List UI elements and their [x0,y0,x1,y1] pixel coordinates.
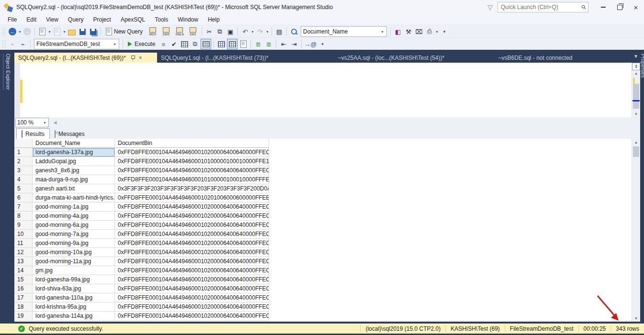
redo-caret[interactable]: ▾ [265,30,270,34]
document-bin-cell[interactable]: 0xFFD8FFE000104A464946000101000001000100… [115,157,269,166]
properties-tab[interactable]: Properties [640,54,644,78]
menu-item-apexsql[interactable]: ApexSQL [116,15,150,24]
document-bin-cell[interactable]: 0xFFD8FFE000104A464946000102000064006400… [115,148,269,157]
editor-horizontal-scrollbar[interactable] [58,119,640,126]
document-name-cell[interactable]: good-morning-7a.jpg [33,230,115,239]
column-header-document-name[interactable]: Document_Name [33,139,115,148]
row-number-header[interactable] [14,139,33,148]
navigate-back-button[interactable]: ← [8,27,17,36]
document-name-cell[interactable]: ganesh aarti.txt [33,184,115,193]
document-name-cell[interactable]: good-morning-1a.jpg [33,202,115,212]
document-tab-3[interactable]: ~vs25AA.sql - (loc...(KASHISH\Test (54))… [308,53,474,63]
minimize-button[interactable] [595,0,611,14]
template-values-icon[interactable]: →@ [304,39,316,49]
document-name-cell[interactable]: LadduGopal.jpg [33,157,115,166]
intellisense-icon[interactable] [201,39,211,49]
cut-icon[interactable]: ✂ [204,27,214,36]
tab-list-caret[interactable]: ▼ [633,54,638,59]
document-tab-2[interactable]: SQLQuery1.sql - (l...(KASHISH\Test (73))… [157,53,308,63]
row-number-cell[interactable]: 19 [14,312,33,321]
find-icon[interactable] [289,27,299,36]
uncomment-icon[interactable]: ≣ [264,39,273,49]
row-number-cell[interactable]: 4 [14,175,33,184]
undo-icon[interactable]: ↶ [240,27,250,36]
new-project-icon[interactable] [37,27,47,36]
menu-item-view[interactable]: View [41,15,63,24]
query-options-icon[interactable]: ⧉ [190,39,200,49]
zoom-caret[interactable]: ▾ [43,121,47,125]
redo-icon[interactable]: ↷ [255,27,265,36]
grid-scroll-thumb[interactable] [633,146,639,157]
row-number-cell[interactable]: 7 [14,202,33,212]
toolbar2-overflow-icon[interactable]: ▾ [318,39,328,49]
column-header-documentbin[interactable]: DocumentBin [115,139,269,148]
splitter-handle[interactable]: ⇕ [632,63,640,70]
menu-item-window[interactable]: Window [173,15,203,24]
document-bin-cell[interactable]: 0xFFD8FFE000104A464946000101000001000100… [115,175,269,184]
document-bin-cell[interactable]: 0xFFD8FFE000104A464946000102000064006400… [115,239,269,248]
row-number-cell[interactable]: 8 [14,212,33,221]
profiler-icon[interactable]: ◧ [393,27,403,36]
document-name-cell[interactable]: lord-krishna-95a.jpg [33,302,115,312]
close-button[interactable]: × [628,0,644,14]
connect-icon[interactable]: ⌁ [8,39,17,49]
row-number-cell[interactable]: 10 [14,230,33,239]
sql-editor[interactable]: −SELECT [Document_Name],[DocumentBin] FR… [14,63,640,117]
toolbox-icon[interactable]: ⌧ [414,27,424,36]
row-number-cell[interactable]: 17 [14,293,33,302]
find-combo-caret[interactable]: ▾ [380,30,384,34]
grid-scroll-up-icon[interactable]: ▲ [632,139,640,145]
row-number-cell[interactable]: 12 [14,248,33,257]
tab-results[interactable]: Results [16,128,50,139]
document-bin-cell[interactable]: 0xFFD8FFE000104A464946000102000064006400… [115,266,269,275]
xmla-query-icon[interactable]: XMLA [173,27,186,36]
navigate-back-caret[interactable]: ▾ [18,30,22,34]
document-name-cell[interactable]: lord-ganesha-99a.jpg [33,275,115,284]
document-bin-cell[interactable]: 0xFFD8FFE000104A464946000102000064006400… [115,230,269,239]
undo-caret[interactable]: ▾ [250,30,255,34]
row-number-cell[interactable]: 1 [14,148,33,157]
zoom-combo[interactable]: 100 % ▾ [15,118,49,127]
new-query-button[interactable]: New Query [103,27,146,36]
document-bin-cell[interactable]: 0xFFD8FFE000104A464946000102000064006400… [115,221,269,230]
decrease-indent-icon[interactable]: ⇤ [279,39,288,49]
document-name-cell[interactable]: lord-shiva-63a.jpg [33,284,115,293]
change-connection-icon[interactable]: ⌁ [18,39,28,49]
document-bin-cell[interactable]: 0xFFD8FFE000104A464946000102010060006000… [115,193,269,202]
toolbar-grip-2[interactable] [2,40,6,48]
open-file-icon[interactable] [67,27,77,36]
row-number-cell[interactable]: 18 [14,302,33,312]
document-bin-cell[interactable]: 0xFFD8FFE000104A464946000102000064006400… [115,302,269,312]
object-explorer-tab[interactable]: Object Explorer [3,54,11,90]
document-name-cell[interactable]: good-morning-6a.jpg [33,221,115,230]
results-to-grid-icon[interactable] [227,39,237,49]
document-name-cell[interactable]: good-morning-9a.jpg [33,239,115,248]
document-bin-cell[interactable]: 0xFFD8FFE000104A464946000102000064006400… [115,202,269,212]
menu-item-edit[interactable]: Edit [22,15,41,24]
close-icon[interactable]: × [139,55,142,61]
command-window-caret[interactable]: ▾ [435,30,439,34]
document-bin-cell[interactable]: 0xFFD8FFE000104A464946000102000064006400… [115,312,269,321]
estimated-plan-icon[interactable] [180,39,189,49]
row-number-cell[interactable]: 14 [14,266,33,275]
scroll-up-icon[interactable]: ▲ [632,70,640,77]
execute-button[interactable]: Execute [125,40,158,48]
document-tab-1[interactable]: SQLQuery2.sql - (l...(KASHISH\Test (69))… [14,53,157,63]
row-number-cell[interactable]: 3 [14,166,33,175]
dmx-query-icon[interactable]: DMX [160,27,172,36]
row-number-cell[interactable]: 6 [14,193,33,202]
dax-query-icon[interactable]: DAX [187,27,199,36]
parse-icon[interactable]: ✔ [169,39,179,49]
document-bin-cell[interactable]: 0xFFD8FFE000104A464946000102000064006400… [115,166,269,175]
document-bin-cell[interactable]: 0xFFD8FFE000104A464946000102000064006400… [115,275,269,284]
wrench-icon[interactable]: ⚒ [404,27,413,36]
toolbar-overflow-icon[interactable]: ▾ [440,27,449,36]
document-bin-cell[interactable]: 0x3F3F3F3F203F3F3F3F3F3F203F3F203F3F3F3F… [115,184,269,193]
editor-scroll-thumb[interactable] [633,84,639,109]
comment-icon[interactable]: ≣ [253,39,263,49]
add-item-caret[interactable]: ▾ [62,30,67,34]
quick-launch-box[interactable]: ⚲ [497,2,588,12]
menu-item-file[interactable]: File [3,15,22,24]
grid-vertical-scrollbar[interactable]: ▲ ▼ [632,139,640,322]
actual-plan-icon[interactable] [216,39,226,49]
